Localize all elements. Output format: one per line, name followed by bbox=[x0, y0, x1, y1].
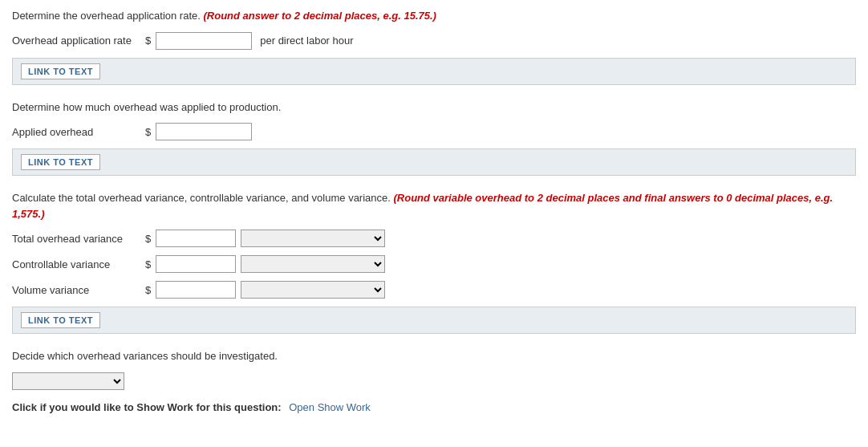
section1-link-to-text[interactable]: LINK TO TEXT bbox=[21, 63, 100, 79]
volume-variance-select[interactable]: Favorable Unfavorable bbox=[241, 281, 385, 299]
dollar-sign-1: $ bbox=[145, 35, 151, 47]
section2: Determine how much overhead was applied … bbox=[12, 100, 856, 177]
total-overhead-variance-input[interactable] bbox=[156, 230, 236, 247]
overhead-rate-label: Overhead application rate bbox=[12, 35, 140, 47]
section1: Determine the overhead application rate.… bbox=[12, 8, 856, 85]
section3-instruction-plain: Calculate the total overhead variance, c… bbox=[12, 192, 394, 204]
section1-instruction-plain: Determine the overhead application rate. bbox=[12, 10, 203, 22]
section1-instruction: Determine the overhead application rate.… bbox=[12, 8, 856, 24]
section3-link-to-text[interactable]: LINK TO TEXT bbox=[21, 312, 100, 328]
section3-instruction: Calculate the total overhead variance, c… bbox=[12, 190, 856, 221]
investigate-row: Total overhead variance Controllable var… bbox=[12, 372, 856, 390]
open-show-work-link[interactable]: Open Show Work bbox=[289, 401, 371, 413]
section4: Decide which overhead variances should b… bbox=[12, 348, 856, 413]
applied-overhead-label: Applied overhead bbox=[12, 126, 140, 138]
overhead-rate-input[interactable] bbox=[156, 32, 252, 50]
show-work-row: Click if you would like to Show Work for… bbox=[12, 401, 856, 413]
overhead-rate-row: Overhead application rate $ per direct l… bbox=[12, 32, 856, 50]
variance-rows: Total overhead variance $ Favorable Unfa… bbox=[12, 230, 856, 299]
section2-link-bar: LINK TO TEXT bbox=[12, 148, 856, 176]
dollar-sign-2: $ bbox=[145, 126, 151, 138]
per-label: per direct labor hour bbox=[260, 35, 353, 47]
total-overhead-variance-row: Total overhead variance $ Favorable Unfa… bbox=[12, 230, 856, 247]
show-work-label: Click if you would like to Show Work for… bbox=[12, 401, 282, 413]
controllable-variance-row: Controllable variance $ Favorable Unfavo… bbox=[12, 255, 856, 273]
dollar-sign-5: $ bbox=[145, 284, 151, 296]
volume-variance-row: Volume variance $ Favorable Unfavorable bbox=[12, 281, 856, 299]
total-overhead-variance-select[interactable]: Favorable Unfavorable bbox=[241, 230, 385, 247]
section1-link-bar: LINK TO TEXT bbox=[12, 58, 856, 85]
controllable-variance-label: Controllable variance bbox=[12, 258, 140, 270]
investigate-select[interactable]: Total overhead variance Controllable var… bbox=[12, 372, 124, 390]
section3-link-bar: LINK TO TEXT bbox=[12, 307, 856, 334]
dollar-sign-3: $ bbox=[145, 233, 151, 245]
controllable-variance-select[interactable]: Favorable Unfavorable bbox=[241, 255, 385, 273]
section2-instruction: Determine how much overhead was applied … bbox=[12, 100, 856, 116]
section3: Calculate the total overhead variance, c… bbox=[12, 190, 856, 334]
section4-instruction: Decide which overhead variances should b… bbox=[12, 348, 856, 364]
dollar-sign-4: $ bbox=[145, 258, 151, 270]
controllable-variance-input[interactable] bbox=[156, 255, 236, 273]
volume-variance-input[interactable] bbox=[156, 281, 236, 299]
applied-overhead-row: Applied overhead $ bbox=[12, 123, 856, 140]
section1-instruction-highlight: (Round answer to 2 decimal places, e.g. … bbox=[203, 10, 436, 22]
total-overhead-variance-label: Total overhead variance bbox=[12, 233, 140, 245]
section2-link-to-text[interactable]: LINK TO TEXT bbox=[21, 154, 100, 170]
volume-variance-label: Volume variance bbox=[12, 284, 140, 296]
applied-overhead-input[interactable] bbox=[156, 123, 252, 140]
